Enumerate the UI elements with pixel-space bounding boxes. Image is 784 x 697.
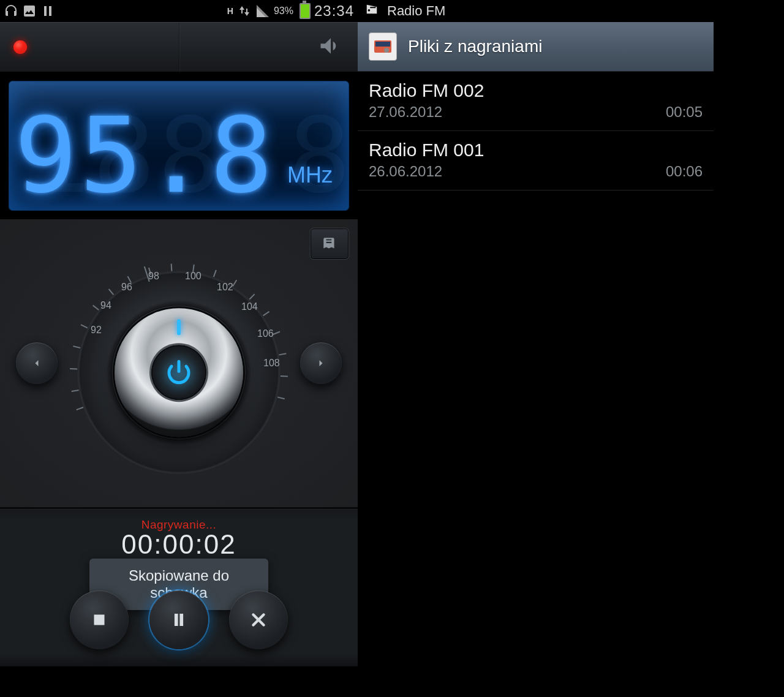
svg-line-15 [273, 332, 280, 334]
svg-line-6 [109, 289, 114, 295]
svg-text:102: 102 [217, 282, 233, 292]
image-icon [22, 4, 37, 18]
pause-icon [40, 4, 55, 18]
speaker-button[interactable] [317, 32, 344, 62]
radio-icon [364, 2, 380, 20]
svg-text:106: 106 [257, 328, 274, 339]
svg-line-13 [249, 294, 254, 300]
tuner-area: 92 94 96 98 100 102 104 106 108 [0, 219, 358, 507]
prev-station-button[interactable] [16, 342, 58, 384]
svg-text:98: 98 [148, 271, 159, 281]
recording-row[interactable]: Radio FM 001 26.06.2012 00:06 [358, 131, 714, 190]
svg-text:108: 108 [263, 358, 280, 368]
svg-rect-31 [375, 42, 390, 47]
app-icon [369, 32, 397, 61]
recordings-list-screen: Radio FM Pliki z nagraniami Radio FM 002… [358, 0, 714, 635]
svg-line-3 [73, 346, 80, 348]
recording-panel: Nagrywanie... 00:00:02 Skopiowane do sch… [0, 507, 358, 666]
battery-percent: 93% [274, 6, 293, 17]
battery-icon [300, 3, 311, 19]
frequency-display: 188.8 95.8 MHz [9, 81, 349, 211]
recording-duration: 00:05 [666, 104, 703, 121]
tuning-dial[interactable]: 92 94 96 98 100 102 104 106 108 [62, 256, 295, 489]
frequency-unit: MHz [287, 162, 333, 188]
frequency-value: 95.8 [15, 95, 275, 211]
svg-line-4 [81, 325, 88, 328]
tuning-knob[interactable] [115, 308, 243, 437]
app-title: Radio FM [387, 3, 445, 19]
recording-date: 26.06.2012 [369, 163, 442, 180]
record-indicator[interactable] [13, 40, 27, 54]
header-title: Pliki z nagraniami [408, 37, 542, 56]
next-station-button[interactable] [300, 342, 342, 384]
power-button[interactable] [151, 345, 206, 400]
svg-text:92: 92 [91, 325, 102, 335]
status-bar: H 93% 23:34 [0, 0, 358, 22]
headphones-icon [4, 4, 18, 18]
network-type: H [227, 6, 233, 16]
data-arrows-icon [237, 4, 252, 18]
svg-line-14 [263, 312, 270, 316]
recording-title: Radio FM 002 [369, 80, 703, 101]
recording-date: 27.06.2012 [369, 104, 442, 121]
svg-text:100: 100 [185, 271, 202, 281]
save-preset-button[interactable] [310, 228, 349, 260]
svg-line-5 [93, 306, 99, 310]
clock: 23:34 [314, 2, 354, 20]
svg-line-0 [77, 407, 83, 410]
svg-line-18 [277, 397, 285, 399]
recording-elapsed: 00:00:02 [0, 529, 358, 560]
recording-title: Radio FM 001 [369, 140, 703, 160]
signal-icon [255, 4, 270, 18]
recordings-list: Radio FM 002 27.06.2012 00:05 Radio FM 0… [358, 72, 714, 190]
radio-top-bar [0, 22, 358, 72]
svg-point-32 [384, 48, 389, 53]
stop-button[interactable] [70, 590, 129, 649]
cancel-button[interactable] [229, 590, 288, 649]
svg-line-11 [214, 270, 216, 277]
svg-line-1 [72, 390, 79, 391]
recordings-header: Pliki z nagraniami [358, 22, 714, 72]
recording-duration: 00:06 [666, 163, 703, 180]
svg-text:94: 94 [100, 300, 111, 311]
svg-rect-29 [94, 615, 105, 625]
svg-text:96: 96 [121, 282, 132, 292]
pause-recording-button[interactable] [149, 590, 208, 649]
recording-row[interactable]: Radio FM 002 27.06.2012 00:05 [358, 72, 714, 131]
svg-line-12 [233, 280, 236, 286]
svg-line-16 [279, 353, 286, 355]
svg-line-9 [172, 264, 172, 271]
status-bar-right: Radio FM [358, 0, 714, 22]
radio-app-screen: H 93% 23:34 188.8 95.8 MHz [0, 0, 358, 635]
svg-text:104: 104 [241, 301, 258, 312]
